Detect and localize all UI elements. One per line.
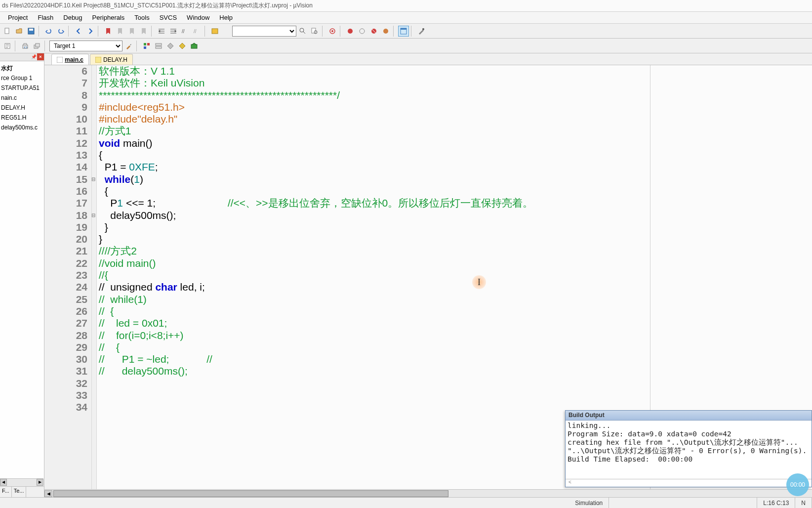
debug-icon[interactable] bbox=[327, 26, 338, 37]
tree-item-group[interactable]: rce Group 1 bbox=[1, 73, 43, 83]
scroll-thumb[interactable] bbox=[53, 490, 448, 497]
toolbar-main: // // bbox=[0, 24, 812, 39]
new-icon[interactable] bbox=[2, 26, 13, 37]
indent-dec-icon[interactable] bbox=[156, 26, 167, 37]
status-bar: Simulation L:16 C:13 N bbox=[0, 497, 812, 508]
translate-icon[interactable] bbox=[2, 41, 13, 51]
build-output-text[interactable]: linking... Program Size: data=9.0 xdata=… bbox=[566, 421, 812, 479]
close-icon[interactable]: × bbox=[37, 53, 44, 60]
svg-text://: // bbox=[194, 29, 197, 34]
svg-rect-29 bbox=[95, 57, 101, 63]
tree-item-delay500c[interactable]: delay500ms.c bbox=[1, 123, 43, 132]
editor-tabs: main.c DELAY.H bbox=[44, 53, 812, 65]
svg-point-11 bbox=[348, 29, 353, 34]
svg-rect-24 bbox=[144, 46, 146, 49]
svg-rect-28 bbox=[57, 57, 63, 63]
manage4-icon[interactable] bbox=[177, 41, 188, 51]
uncomment-icon[interactable]: // bbox=[192, 26, 203, 37]
svg-point-14 bbox=[383, 29, 388, 34]
breakpoint-empty-icon[interactable] bbox=[357, 26, 367, 37]
tree-item-reg51h[interactable]: REG51.H bbox=[1, 113, 43, 123]
rebuild-icon[interactable] bbox=[32, 41, 42, 51]
menu-svcs[interactable]: SVCS bbox=[155, 13, 182, 22]
tree-item-startup[interactable]: STARTUP.A51 bbox=[1, 83, 43, 93]
find-files-icon[interactable] bbox=[309, 26, 320, 37]
breakpoint-kill-icon[interactable] bbox=[380, 26, 391, 37]
find-icon[interactable] bbox=[297, 26, 308, 37]
fold-column[interactable]: ⊟ ⊟ bbox=[92, 65, 97, 489]
svg-rect-22 bbox=[144, 43, 146, 45]
svg-text://: // bbox=[182, 29, 185, 34]
config-icon[interactable] bbox=[209, 26, 220, 37]
file-h-icon bbox=[95, 57, 101, 63]
build-output-hscroll[interactable]: < bbox=[566, 479, 812, 487]
svg-rect-0 bbox=[5, 28, 9, 34]
save-icon[interactable] bbox=[26, 26, 37, 37]
scroll-left-icon[interactable]: ◀ bbox=[44, 490, 52, 497]
status-cursor: L:16 C:13 bbox=[757, 498, 795, 508]
pin-icon[interactable]: 📌 bbox=[30, 53, 37, 60]
bookmark-prev-icon[interactable] bbox=[115, 26, 125, 37]
status-simulation: Simulation bbox=[569, 498, 609, 508]
bookmark-icon[interactable] bbox=[103, 26, 114, 37]
nav-back-icon[interactable] bbox=[73, 26, 84, 37]
svg-rect-23 bbox=[147, 43, 150, 45]
project-tree: 水灯 rce Group 1 STARTUP.A51 nain.c DELAY.… bbox=[0, 61, 44, 134]
manage2-icon[interactable] bbox=[153, 41, 164, 51]
tree-item-mainc[interactable]: nain.c bbox=[1, 93, 43, 103]
undo-icon[interactable] bbox=[43, 26, 54, 37]
svg-rect-27 bbox=[191, 44, 197, 48]
breakpoint-icon[interactable] bbox=[345, 26, 356, 37]
configure-icon[interactable] bbox=[416, 26, 427, 37]
target-select[interactable]: Target 1 bbox=[49, 41, 122, 51]
comment-icon[interactable]: // bbox=[180, 26, 191, 37]
manage3-icon[interactable] bbox=[165, 41, 176, 51]
menu-bar: Project Flash Debug Peripherals Tools SV… bbox=[0, 12, 812, 24]
manage5-icon[interactable] bbox=[189, 41, 200, 51]
bookmark-next-icon[interactable] bbox=[126, 26, 137, 37]
breakpoint-disable-icon[interactable] bbox=[368, 26, 379, 37]
tree-root[interactable]: 水灯 bbox=[1, 63, 43, 73]
redo-icon[interactable] bbox=[55, 26, 66, 37]
menu-help[interactable]: Help bbox=[214, 13, 238, 22]
nav-fwd-icon[interactable] bbox=[85, 26, 96, 37]
text-cursor-icon: I bbox=[478, 276, 481, 288]
manage-icon[interactable] bbox=[141, 41, 152, 51]
menu-window[interactable]: Window bbox=[182, 13, 214, 22]
open-icon[interactable] bbox=[14, 26, 25, 37]
build-icon[interactable] bbox=[20, 41, 31, 51]
sidebar-tab-templates[interactable]: Te... bbox=[12, 487, 27, 497]
status-mode: N bbox=[795, 498, 812, 508]
sidebar-tab-files[interactable]: F... bbox=[0, 487, 12, 497]
project-sidebar: 📌 × 水灯 rce Group 1 STARTUP.A51 nain.c DE… bbox=[0, 53, 44, 497]
indent-inc-icon[interactable] bbox=[168, 26, 179, 37]
svg-point-10 bbox=[331, 30, 333, 32]
svg-rect-21 bbox=[36, 43, 40, 47]
cursor-highlight: I bbox=[472, 275, 486, 289]
sidebar-tabs: F... Te... bbox=[0, 486, 44, 497]
target-options-icon[interactable] bbox=[123, 41, 134, 51]
sidebar-header: 📌 × bbox=[0, 53, 44, 61]
tab-label: DELAY.H bbox=[103, 56, 127, 63]
title-bar: ds Files\20220204HDF.10.Keil Project\8B_… bbox=[0, 0, 812, 12]
svg-rect-25 bbox=[156, 43, 162, 45]
tab-mainc[interactable]: main.c bbox=[51, 54, 89, 65]
svg-point-6 bbox=[300, 28, 304, 32]
menu-flash[interactable]: Flash bbox=[33, 13, 58, 22]
sidebar-hscroll[interactable]: ◀▶ bbox=[0, 478, 43, 486]
window-layout-icon[interactable] bbox=[398, 26, 409, 37]
timer-badge: 00:00 bbox=[786, 473, 809, 496]
tree-item-delayh[interactable]: DELAY.H bbox=[1, 103, 43, 113]
toolbar-build: Target 1 bbox=[0, 39, 812, 53]
build-output-title: Build Output bbox=[566, 411, 812, 421]
file-c-icon bbox=[57, 57, 63, 63]
menu-project[interactable]: Project bbox=[3, 13, 33, 22]
svg-rect-5 bbox=[212, 29, 218, 34]
menu-tools[interactable]: Tools bbox=[129, 13, 154, 22]
find-combo[interactable] bbox=[232, 26, 296, 37]
editor-hscroll[interactable]: ◀ bbox=[44, 489, 812, 497]
menu-peripherals[interactable]: Peripherals bbox=[87, 13, 130, 22]
bookmark-clear-icon[interactable] bbox=[138, 26, 149, 37]
tab-delayh[interactable]: DELAY.H bbox=[90, 54, 133, 65]
menu-debug[interactable]: Debug bbox=[58, 13, 87, 22]
